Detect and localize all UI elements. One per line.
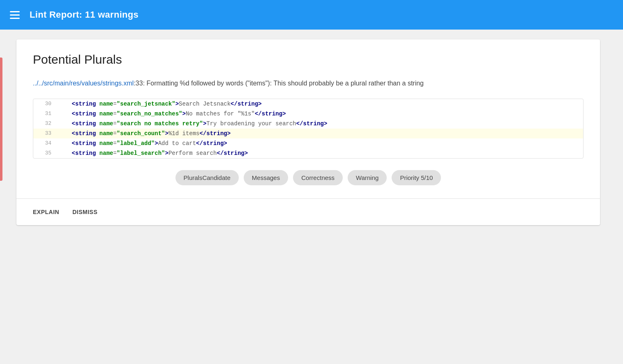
- explain-button[interactable]: EXPLAIN: [33, 207, 59, 217]
- code-content-31: <string name="search_no_matches">No matc…: [58, 111, 286, 117]
- card-description: ../../src/main/res/values/strings.xml:33…: [33, 78, 584, 89]
- tag-messages[interactable]: Messages: [244, 170, 288, 185]
- code-content-33: <string name="search_count">%1d items</s…: [58, 130, 231, 137]
- code-line-34: 34 <string name="label_add">Add to cart<…: [33, 138, 583, 148]
- line-number-31: 31: [33, 111, 58, 117]
- hamburger-line-2: [10, 14, 20, 16]
- hamburger-line-1: [10, 11, 20, 12]
- tag-priority[interactable]: Priority 5/10: [392, 170, 441, 185]
- app-header: Lint Report: 11 warnings: [0, 0, 623, 30]
- lint-card: Potential Plurals ../../src/main/res/val…: [16, 39, 600, 225]
- code-line-31: 31 <string name="search_no_matches">No m…: [33, 109, 583, 119]
- dismiss-button[interactable]: DISMISS: [72, 207, 97, 217]
- description-text: :33: Formatting %d followed by words ("i…: [134, 80, 424, 87]
- card-footer: EXPLAIN DISMISS: [33, 199, 584, 225]
- code-line-35: 35 <string name="label_search">Perform s…: [33, 148, 583, 158]
- line-number-32: 32: [33, 120, 58, 127]
- line-number-34: 34: [33, 140, 58, 146]
- left-accent-bar: [0, 58, 2, 181]
- content-area: Potential Plurals ../../src/main/res/val…: [0, 30, 623, 364]
- file-link[interactable]: ../../src/main/res/values/strings.xml: [33, 80, 134, 87]
- code-line-30: 30 <string name="search_jetsnack">Search…: [33, 99, 583, 109]
- tag-warning[interactable]: Warning: [348, 170, 387, 185]
- code-line-32: 32 <string name="search no matches retry…: [33, 119, 583, 129]
- code-line-33: 33 <string name="search_count">%1d items…: [33, 129, 583, 138]
- line-number-35: 35: [33, 150, 58, 156]
- code-content-34: <string name="label_add">Add to cart</st…: [58, 140, 227, 147]
- code-block: 30 <string name="search_jetsnack">Search…: [33, 99, 584, 159]
- hamburger-line-3: [10, 18, 20, 19]
- tags-row: PluralsCandidate Messages Correctness Wa…: [33, 170, 584, 185]
- code-content-30: <string name="search_jetsnack">Search Je…: [58, 101, 262, 107]
- card-title: Potential Plurals: [33, 53, 584, 67]
- page-title: Lint Report: 11 warnings: [30, 9, 138, 20]
- line-number-30: 30: [33, 101, 58, 107]
- menu-button[interactable]: [10, 11, 20, 19]
- tag-correctness[interactable]: Correctness: [293, 170, 343, 185]
- line-number-33: 33: [33, 130, 58, 136]
- tag-plurals-candidate[interactable]: PluralsCandidate: [175, 170, 239, 185]
- code-content-32: <string name="search no matches retry">T…: [58, 120, 327, 127]
- code-content-35: <string name="label_search">Perform sear…: [58, 150, 248, 157]
